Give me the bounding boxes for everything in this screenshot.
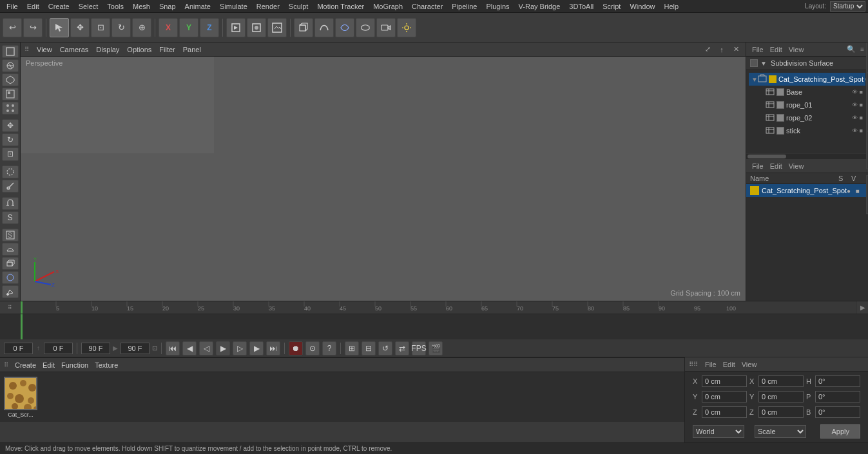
tree-visibility-base[interactable]: 👁 <box>851 88 860 97</box>
menu-item-select[interactable]: Select <box>75 1 102 12</box>
viewport-close-icon[interactable]: ✕ <box>730 44 742 55</box>
y-pos-input[interactable] <box>702 391 747 402</box>
menu-item-motion-tracker[interactable]: Motion Tracker <box>313 1 368 12</box>
panel-scrollbar[interactable] <box>746 154 868 159</box>
camera-button[interactable] <box>376 18 396 37</box>
spline-tool-button[interactable] <box>314 18 334 37</box>
render-picture-viewer-button[interactable] <box>267 18 287 37</box>
menu-item-script[interactable]: Script <box>599 1 624 12</box>
viewport-maximize-icon[interactable]: ↑ <box>716 44 728 55</box>
goto-start-button[interactable]: ⏮ <box>166 341 180 355</box>
x-pos-input[interactable] <box>702 375 747 387</box>
layout-dropdown[interactable]: Startup <box>830 1 865 12</box>
move-tool-button[interactable]: ✥ <box>70 18 90 37</box>
tree-item-base[interactable]: Base 👁 ■ <box>749 86 865 99</box>
key-all-button[interactable]: ? <box>322 341 336 355</box>
frame-end-input[interactable] <box>81 343 110 354</box>
transform-tool-button[interactable]: ⊕ <box>132 18 151 37</box>
p-input[interactable] <box>815 391 860 402</box>
menu-item-animate[interactable]: Animate <box>181 1 215 12</box>
obj-view-menu[interactable]: View <box>787 46 806 53</box>
line-cut-button[interactable] <box>2 180 19 193</box>
material-swatch-container[interactable]: Cat_Scr... <box>4 377 37 418</box>
fps-input[interactable] <box>121 343 149 354</box>
vertex-mode-button[interactable] <box>2 102 19 115</box>
vp-menu-view[interactable]: View <box>37 46 52 53</box>
model-mode-button[interactable] <box>2 45 19 58</box>
undo-button[interactable]: ↩ <box>3 18 22 37</box>
render-active-view-button[interactable] <box>247 18 266 37</box>
menu-item-render[interactable]: Render <box>253 1 284 12</box>
tree-item-rope01[interactable]: rope_01 👁 ■ <box>749 99 865 111</box>
mat-menu-texture[interactable]: Texture <box>95 361 118 369</box>
render-region-button[interactable] <box>226 18 246 37</box>
bevel-button[interactable] <box>2 271 19 284</box>
timeline-scroll-right[interactable]: ▶ <box>856 301 868 314</box>
scrollbar-thumb[interactable] <box>747 155 786 158</box>
smooth-shift-button[interactable] <box>2 243 19 256</box>
menu-item-mograph[interactable]: MoGraph <box>369 1 407 12</box>
x-size-input[interactable] <box>758 375 804 387</box>
scale-object-button[interactable]: ⊡ <box>2 147 19 160</box>
frame-start-input[interactable] <box>4 343 33 354</box>
coordinate-system-dropdown[interactable]: World <box>693 425 744 438</box>
mat-menu-edit[interactable]: Edit <box>43 361 55 369</box>
select-tool-button[interactable] <box>50 18 69 37</box>
h-input[interactable] <box>815 375 860 387</box>
pen-tool-button[interactable] <box>2 285 19 298</box>
auto-key-button[interactable]: ⊙ <box>305 341 320 355</box>
polygon-mode-button[interactable] <box>2 73 19 86</box>
tree-visibility-rope02[interactable]: 👁 <box>851 113 860 122</box>
play-button[interactable]: ▶ <box>216 341 230 355</box>
rotate-object-button[interactable]: ↻ <box>2 133 19 146</box>
props-view-menu[interactable]: View <box>740 361 759 368</box>
y-axis-button[interactable]: Y <box>179 18 198 37</box>
mat-menu-create[interactable]: Create <box>15 361 36 369</box>
menu-item-tools[interactable]: Tools <box>103 1 128 12</box>
vp-menu-filter[interactable]: Filter <box>159 46 175 53</box>
menu-item-file[interactable]: File <box>3 1 22 12</box>
vp-menu-display[interactable]: Display <box>96 46 119 53</box>
viewport-move-icon[interactable]: ⤢ <box>702 44 713 55</box>
tree-visibility-stick[interactable]: 👁 <box>851 126 860 135</box>
menu-item-simulate[interactable]: Simulate <box>216 1 251 12</box>
cube-object-button[interactable] <box>294 18 313 37</box>
vp-menu-options[interactable]: Options <box>127 46 151 53</box>
layer-button[interactable]: ⊟ <box>362 341 376 355</box>
apply-button[interactable]: Apply <box>820 424 860 439</box>
live-selection-button[interactable] <box>2 166 19 178</box>
mat-menu-function[interactable]: Function <box>61 361 88 369</box>
subdiv-checkbox[interactable] <box>750 59 758 67</box>
viewport[interactable]: Perspective Grid Spacing : 100 cm X Y Z <box>21 57 746 301</box>
props-edit-menu[interactable]: Edit <box>721 361 737 368</box>
obj-file-menu[interactable]: File <box>750 46 766 53</box>
second-view-menu[interactable]: View <box>787 162 806 170</box>
y-size-input[interactable] <box>758 391 804 402</box>
loop-button[interactable]: ↺ <box>378 341 392 355</box>
magnet-tool-button[interactable] <box>2 197 19 210</box>
move-object-button[interactable]: ✥ <box>2 119 19 132</box>
z-size-input[interactable] <box>758 406 804 418</box>
motion-clips-button[interactable]: ⊞ <box>345 341 359 355</box>
edge-mode-button[interactable] <box>2 88 19 100</box>
b-input[interactable] <box>815 406 860 418</box>
timeline-track[interactable] <box>0 314 868 339</box>
menu-item-window[interactable]: Window <box>626 1 659 12</box>
editor-button[interactable]: 🎬 <box>429 341 443 355</box>
redo-button[interactable]: ↪ <box>23 18 43 37</box>
menu-item-vray-bridge[interactable]: V-Ray Bridge <box>515 1 564 12</box>
props-file-menu[interactable]: File <box>703 361 719 368</box>
brush-tool-button[interactable]: S <box>2 211 19 224</box>
goto-end-button[interactable]: ⏭ <box>266 341 280 355</box>
menu-item-pipeline[interactable]: Pipeline <box>448 1 481 12</box>
menu-item-plugins[interactable]: Plugins <box>482 1 513 12</box>
menu-item-sculpt[interactable]: Sculpt <box>285 1 313 12</box>
vp-menu-cameras[interactable]: Cameras <box>60 46 89 53</box>
menu-item-mesh[interactable]: Mesh <box>129 1 154 12</box>
fps-display-button[interactable]: FPS <box>412 341 426 355</box>
tree-visibility-rope01[interactable]: 👁 <box>851 100 860 109</box>
material-swatch[interactable] <box>4 377 37 410</box>
next-play-button[interactable]: ▷ <box>233 341 247 355</box>
texture-mode-button[interactable] <box>2 59 19 72</box>
record-button[interactable]: ⏺ <box>289 341 303 355</box>
